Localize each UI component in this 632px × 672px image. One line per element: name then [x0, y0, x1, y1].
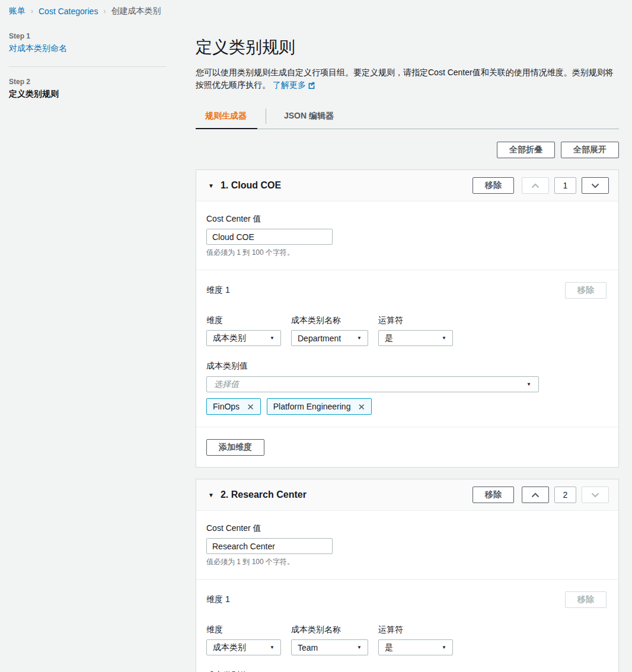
dropdown-caret-icon: ▼	[526, 382, 531, 387]
dropdown-caret-icon: ▼	[442, 645, 446, 650]
tab-rule-builder[interactable]: 规则生成器	[196, 107, 257, 129]
rule2-dimension-select[interactable]: 成本类别 ▼	[206, 639, 281, 655]
rule1-category-name-select[interactable]: Department ▼	[291, 330, 368, 346]
rule2-operator-label: 运算符	[378, 625, 453, 635]
token-label: FinOps	[213, 402, 240, 411]
section-divider	[196, 270, 618, 270]
rule2-move-down-button[interactable]	[582, 487, 609, 503]
breadcrumb-link-billing[interactable]: 账单	[9, 6, 25, 17]
rule2-category-name-select[interactable]: Team ▼	[291, 639, 368, 655]
dropdown-caret-icon: ▼	[442, 335, 446, 341]
expand-all-button[interactable]: 全部展开	[561, 142, 619, 158]
rule1-cost-center-label: Cost Center 值	[206, 214, 607, 225]
rule1-name-label: 成本类别名称	[291, 315, 368, 326]
steps-sidebar: Step 1 对成本类别命名 Step 2 定义类别规则	[0, 17, 196, 672]
rule1-header: ▼ 1. Cloud COE 移除	[196, 170, 618, 201]
rule2-category-name-value: Team	[298, 643, 318, 652]
tab-json-editor[interactable]: JSON 编辑器	[274, 107, 344, 129]
step2-label: Step 2	[9, 78, 187, 86]
learn-more-label: 了解更多	[273, 80, 306, 89]
rule1-values-select[interactable]: 选择值 ▼	[206, 376, 539, 392]
rule2-dimension-title: 维度 1	[206, 594, 230, 605]
rule1-dim-label: 维度	[206, 315, 281, 326]
rule2-name-label: 成本类别名称	[291, 625, 368, 635]
collapse-all-button[interactable]: 全部折叠	[497, 142, 555, 158]
dropdown-caret-icon: ▼	[270, 645, 274, 650]
sidebar-item-step2: 定义类别规则	[9, 89, 187, 100]
rule2-title: 2. Research Center	[221, 489, 307, 500]
rule1-operator-select[interactable]: 是 ▼	[378, 330, 453, 346]
rule1-category-name-value: Department	[298, 334, 341, 343]
rule-card-2: ▼ 2. Research Center 移除 Cost Center 值 值必…	[196, 479, 619, 672]
page-description-text: 您可以使用类别规则生成自定义行项目组。要定义规则，请指定Cost Center值…	[196, 68, 614, 89]
rule1-title: 1. Cloud COE	[221, 180, 281, 191]
rule2-expander[interactable]: ▼ 2. Research Center	[208, 489, 307, 500]
close-icon[interactable]: ✕	[247, 402, 254, 411]
rule1-expander[interactable]: ▼ 1. Cloud COE	[208, 180, 281, 191]
rule1-move-down-button[interactable]	[582, 177, 609, 194]
chevron-up-icon	[531, 183, 540, 188]
rule2-operator-select[interactable]: 是 ▼	[378, 639, 453, 655]
section-divider	[196, 579, 618, 580]
rule1-dimension-select[interactable]: 成本类别 ▼	[206, 330, 281, 346]
rule2-operator-value: 是	[385, 642, 393, 653]
chevron-up-icon	[531, 492, 540, 498]
rule2-dimension-select-value: 成本类别	[213, 642, 246, 653]
token-platform-engineering: Platform Engineering ✕	[267, 398, 372, 415]
external-link-icon	[308, 81, 315, 89]
breadcrumb: 账单 › Cost Categories › 创建成本类别	[0, 0, 632, 17]
rule1-remove-button[interactable]: 移除	[473, 177, 514, 194]
rule1-add-dimension-button[interactable]: 添加维度	[206, 439, 264, 456]
chevron-down-icon	[591, 492, 599, 498]
rule1-order-input[interactable]	[554, 177, 576, 194]
breadcrumb-separator-icon: ›	[31, 7, 33, 15]
rule2-dim-label: 维度	[206, 625, 281, 635]
breadcrumb-separator-icon: ›	[103, 7, 106, 15]
learn-more-link[interactable]: 了解更多	[273, 80, 315, 89]
rule1-operator-value: 是	[385, 333, 393, 344]
rule2-remove-button[interactable]: 移除	[473, 487, 514, 503]
token-finops: FinOps ✕	[206, 398, 261, 415]
rule1-dimension-remove-button[interactable]: 移除	[565, 282, 607, 299]
dropdown-caret-icon: ▼	[270, 335, 274, 341]
close-icon[interactable]: ✕	[358, 402, 365, 411]
dropdown-caret-icon: ▼	[357, 645, 362, 650]
section-divider	[196, 427, 618, 427]
rule1-dimension-select-value: 成本类别	[213, 333, 246, 344]
tab-divider	[266, 108, 266, 124]
rule2-cost-center-label: Cost Center 值	[206, 523, 607, 534]
rule2-header: ▼ 2. Research Center 移除	[196, 479, 618, 511]
breadcrumb-current: 创建成本类别	[111, 6, 161, 17]
rule1-move-up-button[interactable]	[522, 177, 549, 194]
rule2-dimension-remove-button[interactable]: 移除	[565, 591, 607, 608]
sidebar-item-step1[interactable]: 对成本类别命名	[9, 43, 187, 54]
rule1-cost-center-helper: 值必须为 1 到 100 个字符。	[206, 248, 607, 258]
sidebar-divider	[9, 66, 167, 67]
token-label: Platform Engineering	[273, 402, 351, 411]
rule1-cost-center-input[interactable]	[206, 229, 333, 245]
rule2-cost-center-input[interactable]	[206, 538, 333, 554]
rule2-move-up-button[interactable]	[522, 487, 549, 503]
rule1-dimension-title: 维度 1	[206, 285, 230, 296]
rule1-values-label: 成本类别值	[206, 361, 607, 372]
chevron-down-icon	[591, 183, 599, 188]
page-title: 定义类别规则	[196, 37, 619, 58]
rule1-values-placeholder: 选择值	[214, 379, 239, 390]
rule2-cost-center-helper: 值必须为 1 到 100 个字符。	[206, 557, 607, 567]
tab-bar: 规则生成器 JSON 编辑器	[196, 107, 619, 129]
rule2-order-input[interactable]	[554, 487, 576, 503]
caret-down-icon: ▼	[208, 492, 214, 498]
caret-down-icon: ▼	[208, 183, 214, 189]
step1-label: Step 1	[9, 32, 187, 40]
breadcrumb-link-cost-categories[interactable]: Cost Categories	[39, 7, 98, 16]
dropdown-caret-icon: ▼	[357, 335, 362, 341]
rule-card-1: ▼ 1. Cloud COE 移除 Cost Center 值 值必须为 1 到…	[196, 169, 619, 468]
page-description: 您可以使用类别规则生成自定义行项目组。要定义规则，请指定Cost Center值…	[196, 66, 615, 91]
rule1-operator-label: 运算符	[378, 315, 453, 326]
